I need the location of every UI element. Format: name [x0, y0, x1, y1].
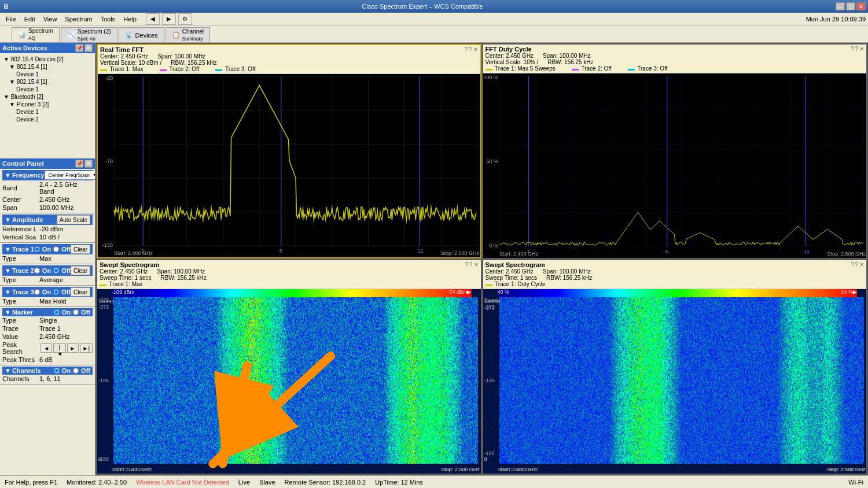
amplitude-section-header: ▼ Amplitude Auto Scale	[2, 215, 93, 225]
tree-item-8021544[interactable]: ▼ 802.15.4 Devices [2]	[2, 56, 93, 63]
chart-fft-trace-legend: Trace 1: Max Trace 2: Off Trace 3: Off	[100, 66, 255, 72]
duty-close-btn[interactable]: ✕	[859, 46, 864, 52]
trace2-expand-icon[interactable]: ▼	[5, 267, 11, 274]
chart-fft-duty-title-area: FFT Duty Cycle Center: 2.450 GHz Span: 1…	[486, 46, 668, 72]
frequency-expand-icon[interactable]: ▼	[5, 172, 11, 179]
trace2-off-radio[interactable]	[53, 268, 59, 273]
tab-spectrum-spec-icon: 📉	[67, 31, 75, 39]
frequency-mode-dropdown[interactable]: Center Freq/Span	[45, 171, 95, 180]
trace2-clear-btn[interactable]: Clear	[71, 266, 90, 275]
chart-spect2-title: Swept Spectrogram	[486, 261, 545, 268]
trace1-clear-btn[interactable]: Clear	[71, 245, 90, 254]
tree-item-bluetooth[interactable]: ▼ Bluetooth [2]	[2, 93, 93, 101]
tree-item-device1-a[interactable]: Device 1	[2, 71, 93, 78]
trace2-on-radio[interactable]	[34, 268, 40, 273]
title-bar-icon: 🖥	[2, 2, 9, 10]
fft-info-btn[interactable]: ?	[469, 46, 472, 53]
tab-devices[interactable]: 📡 Devices	[119, 27, 164, 42]
trace3-off-radio[interactable]	[53, 289, 59, 295]
spect2-colorscale	[498, 289, 858, 297]
tree-item-bt-device2[interactable]: Device 2	[2, 116, 93, 123]
spect1-help-btn[interactable]: ?	[465, 261, 468, 268]
spect2-x-start: Start: 2.400 GHz	[498, 467, 536, 472]
toolbar-btn-2[interactable]: ▶	[162, 13, 176, 25]
span-value: 100.00 MHz	[39, 204, 73, 211]
active-devices-pin-btn[interactable]: 📌	[75, 44, 83, 52]
tree-item-piconet3[interactable]: ▼ Piconet 3 [2]	[2, 101, 93, 108]
toolbar-btn-3[interactable]: ⚙	[178, 13, 192, 25]
tab-spectrum-aq[interactable]: 📊 SpectrumAQ	[12, 27, 60, 42]
menu-file[interactable]: File	[2, 14, 20, 24]
menu-tools[interactable]: Tools	[97, 14, 119, 24]
peak-search-row: Peak Search ◄ |◄ ► ►|	[2, 341, 93, 356]
menu-spectrum[interactable]: Spectrum	[61, 14, 95, 24]
trace1-type-label: Type	[2, 255, 37, 262]
menu-help[interactable]: Help	[120, 14, 140, 24]
tree-item-device1-b[interactable]: Device 1	[2, 86, 93, 93]
trace1-off-radio[interactable]	[53, 246, 59, 252]
title-bar-title: Cisco Spectrum Expert – WCS Compatible	[362, 3, 483, 10]
chart-spect2-title-area: Swept Spectrogram Center: 2.450 GHz Span…	[486, 261, 593, 287]
chart-fft-duty-window-btns: ? ? ✕	[851, 46, 864, 52]
amplitude-expand-icon[interactable]: ▼	[5, 216, 11, 223]
spect1-close-btn[interactable]: ✕	[474, 261, 479, 268]
control-panel-close-btn[interactable]: ✕	[84, 160, 93, 168]
channels-expand-icon[interactable]: ▼	[5, 367, 11, 374]
tab-devices-label: Devices	[135, 32, 158, 39]
spect2-help-btn[interactable]: ?	[851, 261, 854, 268]
channels-off-radio[interactable]	[73, 368, 79, 374]
toolbar-btn-1[interactable]: ◀	[146, 13, 160, 25]
peak-first-btn[interactable]: |◄	[53, 343, 65, 353]
trace3-clear-btn[interactable]: Clear	[71, 287, 90, 297]
spect1-db-max: -74 dBm▶	[447, 289, 471, 295]
trace3-expand-icon[interactable]: ▼	[5, 289, 11, 295]
marker-on-radio[interactable]	[54, 309, 60, 315]
tab-spectrum-spec[interactable]: 📉 Spectrum (2)Spec An	[61, 27, 117, 42]
peak-prev-btn[interactable]: ◄	[41, 343, 52, 353]
tree-item-802154-1[interactable]: ▼ 802.15.4 [1]	[2, 63, 93, 71]
spect1-trace1-label: Trace 1: Max	[109, 281, 143, 287]
peak-next-btn[interactable]: ►	[67, 343, 79, 353]
trace1-on-radio[interactable]	[34, 246, 40, 252]
maximize-button[interactable]: □	[846, 2, 855, 10]
spect2-info-btn[interactable]: ?	[855, 261, 858, 268]
trace1-expand-icon[interactable]: ▼	[5, 246, 11, 253]
chart-fft-title-area: Real Time FFT Center: 2.450 GHz Span: 10…	[100, 46, 255, 72]
control-panel-pin-btn[interactable]: 📌	[75, 160, 83, 168]
tab-channel-summary[interactable]: 📋 ChannelSummary	[165, 27, 210, 42]
active-devices-close-btn[interactable]: ✕	[84, 44, 93, 52]
status-uptime: UpTime: 12 Mins	[375, 479, 423, 486]
center-row: Center 2.450 GHz	[2, 195, 93, 204]
device-tree: ▼ 802.15.4 Devices [2] ▼ 802.15.4 [1] De…	[0, 53, 95, 158]
trace3-on-radio[interactable]	[34, 289, 40, 295]
peak-last-btn[interactable]: ►|	[80, 343, 93, 353]
spect2-trace1-legend: Trace 1: Duty Cycle	[486, 281, 546, 287]
chart-fft-window-btns: ? ? ✕	[464, 46, 477, 53]
menu-edit[interactable]: Edit	[21, 14, 39, 24]
marker-value-row: Value 2.450 GHz	[2, 332, 93, 341]
tree-item-bt-device1[interactable]: Device 1	[2, 108, 93, 116]
spect1-info-btn[interactable]: ?	[469, 261, 473, 268]
trace2-type-value: Average	[39, 276, 63, 283]
duty-info-btn[interactable]: ?	[855, 46, 858, 52]
auto-scale-btn[interactable]: Auto Scale	[57, 215, 90, 224]
chart-fft-duty-info: Center: 2.450 GHz Span: 100.00 MHz	[486, 53, 668, 59]
menu-view[interactable]: View	[40, 14, 61, 24]
chart-fft-duty-trace-legend: Trace 1: Max 5 Sweeps Trace 2: Off Trace…	[486, 65, 668, 72]
control-panel-title: Control Panel	[2, 160, 44, 167]
spect2-sweep-0: 0	[484, 456, 487, 462]
close-button[interactable]: ✕	[856, 2, 866, 10]
spect2-close-btn[interactable]: ✕	[859, 261, 864, 268]
tab-devices-icon: 📡	[125, 31, 133, 39]
minimize-button[interactable]: –	[836, 2, 845, 10]
channels-on-radio[interactable]	[54, 368, 60, 374]
fft-help-btn[interactable]: ?	[464, 46, 468, 53]
amplitude-label: Amplitude	[12, 216, 43, 223]
marker-expand-icon[interactable]: ▼	[5, 309, 11, 316]
marker-type-row: Type Single	[2, 316, 93, 324]
marker-off-radio[interactable]	[73, 309, 79, 315]
fft-close-btn[interactable]: ✕	[473, 46, 478, 53]
duty-help-btn[interactable]: ?	[851, 46, 854, 52]
tab-spectrum-aq-label: SpectrumAQ	[28, 28, 53, 42]
tree-item-802154-2[interactable]: ▼ 802.15.4 [1]	[2, 78, 93, 86]
